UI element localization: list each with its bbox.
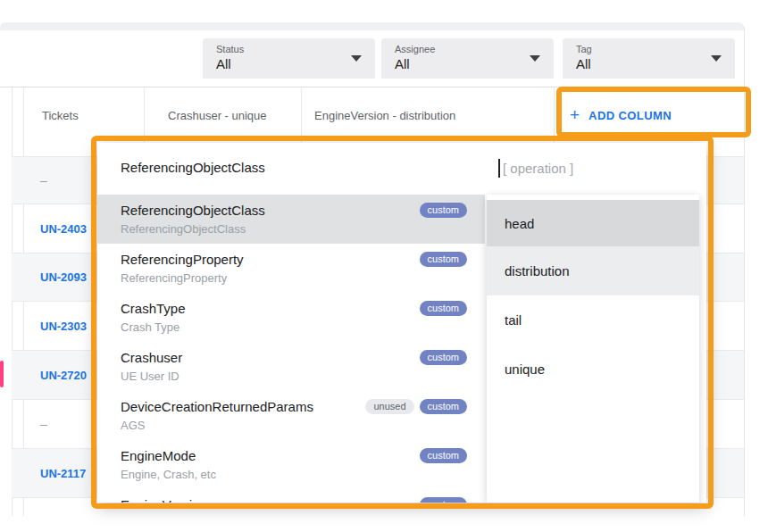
status-filter-select[interactable]: Status All [203, 38, 375, 79]
ticket-cell: – [40, 157, 47, 204]
status-filter-value: All [216, 56, 231, 71]
card-right-border [744, 27, 745, 516]
tag-filter-label: Tag [576, 44, 592, 54]
field-name: ReferencingProperty [121, 252, 244, 267]
assignee-filter-label: Assignee [395, 44, 435, 54]
add-column-label: ADD COLUMN [589, 109, 672, 122]
assignee-filter-value: All [395, 56, 410, 71]
text-caret [498, 159, 500, 178]
chevron-down-icon [351, 55, 362, 62]
field-option-referencingproperty[interactable]: ReferencingProperty custom ReferencingPr… [97, 244, 485, 293]
row-highlight-indicator [0, 361, 4, 387]
field-name: EngineVersion [121, 497, 207, 503]
custom-badge: custom [420, 301, 467, 316]
operation-option-tail[interactable]: tail [487, 295, 699, 345]
assignee-filter-select[interactable]: Assignee All [381, 38, 554, 79]
field-option-crashtype[interactable]: CrashType custom Crash Type [97, 293, 485, 342]
add-column-button[interactable]: + ADD COLUMN [570, 104, 672, 126]
column-header-crashuser: Crashuser - unique [168, 109, 267, 122]
field-name: ReferencingObjectClass [121, 203, 265, 218]
field-option-devicecreationreturnedparams[interactable]: DeviceCreationReturnedParams unused cust… [97, 391, 485, 440]
chevron-down-icon [530, 55, 540, 62]
field-description: Engine, Crash, etc [121, 468, 216, 481]
operation-option-head[interactable]: head [487, 200, 699, 246]
field-description: ReferencingObjectClass [121, 222, 246, 236]
unused-badge: unused [365, 399, 413, 414]
field-search-input[interactable]: ReferencingObjectClass [97, 143, 485, 195]
add-column-dropdown: ReferencingObjectClass [ operation ] Ref… [97, 143, 706, 503]
field-description: AGS [121, 419, 145, 432]
tag-filter-select[interactable]: Tag All [563, 38, 735, 79]
ticket-link[interactable]: UN-2720 [40, 351, 87, 399]
ticket-link[interactable]: UN-2093 [40, 254, 87, 301]
tag-filter-value: All [576, 56, 591, 71]
card-top-strip [0, 22, 744, 30]
field-option-engineversion[interactable]: EngineVersion custom [97, 489, 485, 503]
ticket-link[interactable]: UN-2403 [40, 204, 87, 253]
field-option-referencingobjectclass[interactable]: ReferencingObjectClass custom Referencin… [97, 195, 485, 244]
operation-input[interactable]: [ operation ] [496, 143, 706, 195]
column-header-tickets: Tickets [42, 109, 79, 122]
ticket-cell: – [40, 400, 47, 448]
field-description: ReferencingProperty [121, 271, 227, 285]
field-name: Crashuser [121, 350, 182, 365]
operation-option-unique[interactable]: unique [487, 345, 699, 394]
column-header-engineversion: EngineVersion - distribution [314, 109, 455, 122]
field-search-value: ReferencingObjectClass [121, 160, 265, 175]
crash-report-dashboard: Status All Assignee All Tag All Tickets … [0, 0, 768, 532]
custom-badge: custom [420, 350, 467, 365]
operation-list: head distribution tail unique [487, 195, 699, 503]
custom-badge: custom [420, 399, 467, 414]
plus-icon: + [570, 104, 580, 126]
field-option-enginemode[interactable]: EngineMode custom Engine, Crash, etc [97, 440, 485, 489]
field-description: UE User ID [121, 370, 179, 383]
custom-badge: custom [420, 497, 467, 503]
custom-badge: custom [420, 252, 467, 267]
field-description: Crash Type [121, 320, 179, 334]
custom-badge: custom [420, 448, 467, 463]
status-filter-label: Status [216, 44, 244, 54]
field-list: ReferencingObjectClass custom Referencin… [97, 195, 485, 503]
custom-badge: custom [420, 203, 467, 218]
field-name: CrashType [121, 301, 186, 316]
chevron-down-icon [711, 55, 722, 62]
field-name: DeviceCreationReturnedParams [121, 399, 313, 414]
field-name: EngineMode [121, 448, 196, 463]
ticket-link[interactable]: UN-2117 [40, 449, 86, 497]
operation-option-distribution[interactable]: distribution [487, 246, 699, 295]
operation-placeholder: [ operation ] [503, 161, 573, 176]
header-divider [0, 87, 744, 87]
field-option-crashuser[interactable]: Crashuser custom UE User ID [97, 342, 485, 391]
ticket-link[interactable]: UN-2303 [40, 302, 87, 350]
